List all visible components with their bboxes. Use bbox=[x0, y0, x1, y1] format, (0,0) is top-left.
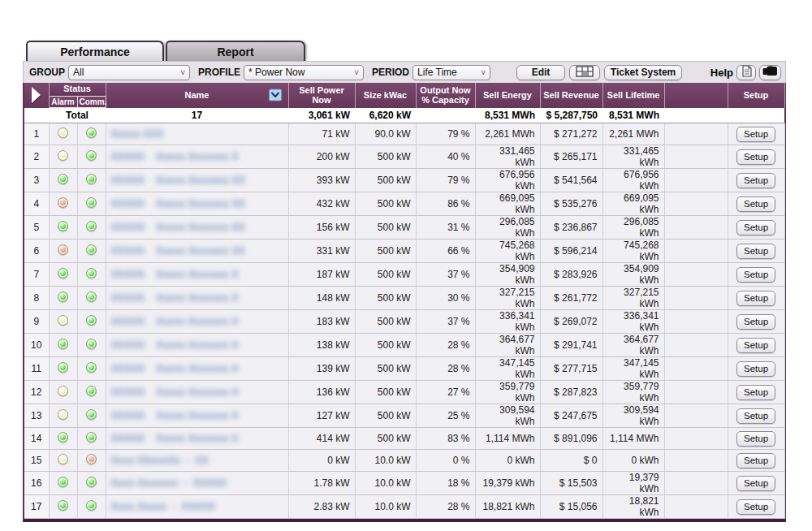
comm-status-light bbox=[86, 386, 97, 396]
site-name-link[interactable]: Xxxx Xxxxxxx - XXXXX bbox=[106, 472, 288, 495]
sell-lifetime-value: 327,215 kWh bbox=[603, 287, 664, 310]
alarm-status-cell bbox=[49, 450, 77, 472]
grid-view-button[interactable] bbox=[569, 65, 600, 80]
header-empty bbox=[664, 83, 728, 108]
site-name-link[interactable]: XXXXX Xxxxx Xxxxxxx X bbox=[106, 287, 288, 310]
site-name-link[interactable]: XXXXX Xxxxx Xxxxxxx X bbox=[106, 428, 288, 450]
setup-button[interactable]: Setup bbox=[736, 267, 775, 283]
total-row-body: Total 17 3,061 kW 6,620 kW 8,531 MWh $ 5… bbox=[24, 108, 784, 123]
site-name-link[interactable]: XXXXX Xxxxx Xxxxxxx X bbox=[106, 357, 288, 381]
setup-cell: Setup bbox=[728, 357, 784, 381]
site-name-link[interactable]: Xxxx XXxxxXx - XX bbox=[106, 450, 288, 472]
empty-cell bbox=[664, 495, 728, 519]
setup-button[interactable]: Setup bbox=[736, 453, 775, 468]
sell-lifetime-value: 0 kWh bbox=[603, 450, 664, 472]
help-document-button[interactable] bbox=[736, 65, 756, 80]
setup-button[interactable]: Setup bbox=[736, 338, 775, 353]
site-name-redacted: XXXXX Xxxxx Xxxxxxx XX bbox=[111, 245, 245, 257]
chevron-down-icon: ˅ bbox=[481, 68, 486, 77]
setup-button[interactable]: Setup bbox=[736, 244, 775, 259]
setup-button[interactable]: Setup bbox=[736, 173, 775, 188]
site-name-link[interactable]: XXXXX Xxxxx Xxxxxxx X bbox=[106, 145, 288, 169]
setup-button[interactable]: Setup bbox=[736, 499, 775, 515]
setup-cell: Setup bbox=[728, 334, 784, 357]
size-kwac-value: 500 kW bbox=[355, 169, 416, 192]
setup-button[interactable]: Setup bbox=[736, 385, 775, 400]
setup-button[interactable]: Setup bbox=[736, 127, 775, 142]
site-name-redacted: Xxxx Xxxxx - XXXXX bbox=[111, 501, 216, 512]
site-name-link[interactable]: Xxxx Xxxxx - XXXXX bbox=[106, 495, 288, 519]
setup-button[interactable]: Setup bbox=[736, 408, 775, 424]
setup-cell: Setup bbox=[728, 169, 784, 192]
size-kwac-value: 500 kW bbox=[355, 334, 416, 357]
header-sell-revenue: Sell Revenue bbox=[540, 83, 603, 108]
header-arrow-cell[interactable] bbox=[24, 83, 49, 108]
setup-button[interactable]: Setup bbox=[736, 314, 775, 330]
site-name-link[interactable]: XXXXX Xxxxx Xxxxxxx X bbox=[106, 334, 288, 357]
site-name-redacted: XXXXX Xxxxx Xxxxxxx X bbox=[111, 151, 239, 162]
profile-select[interactable]: * Power Now ˅ bbox=[244, 65, 364, 80]
site-name-link[interactable]: XXXXX Xxxxx Xxxxxxx X bbox=[106, 263, 288, 287]
header-name: Name bbox=[106, 83, 288, 108]
site-name-link[interactable]: XXXXX Xxxxx Xxxxxxx X bbox=[106, 310, 288, 334]
total-size: 6,620 kW bbox=[355, 108, 416, 123]
empty-cell bbox=[664, 357, 728, 381]
help-video-button[interactable] bbox=[759, 65, 781, 80]
total-energy: 8,531 MWh bbox=[475, 108, 540, 123]
setup-button[interactable]: Setup bbox=[736, 476, 775, 491]
comm-status-cell bbox=[77, 472, 106, 495]
tab-report[interactable]: Report bbox=[166, 41, 305, 61]
alarm-status-light bbox=[58, 197, 68, 208]
setup-button[interactable]: Setup bbox=[736, 291, 775, 306]
comm-status-cell bbox=[77, 404, 106, 428]
site-name-link[interactable]: XXXXX Xxxxx Xxxxxxx XX bbox=[106, 169, 288, 192]
ticket-system-button[interactable]: Ticket System bbox=[604, 65, 682, 80]
setup-button[interactable]: Setup bbox=[736, 431, 775, 447]
document-icon bbox=[741, 65, 752, 80]
period-select[interactable]: Life Time ˅ bbox=[412, 65, 490, 80]
alarm-status-light bbox=[58, 362, 68, 373]
setup-button[interactable]: Setup bbox=[736, 361, 775, 377]
comm-status-light bbox=[86, 221, 97, 231]
row-number: 8 bbox=[24, 287, 49, 310]
empty-cell bbox=[664, 450, 728, 472]
setup-button[interactable]: Setup bbox=[736, 149, 775, 165]
setup-cell: Setup bbox=[728, 381, 784, 404]
row-number: 4 bbox=[24, 192, 49, 216]
comm-status-light bbox=[86, 409, 97, 420]
performance-table-frame: Status Name Sell Power Now Size kWac Out… bbox=[23, 83, 786, 522]
site-name-link[interactable]: XXXXX Xxxxx Xxxxxxx X bbox=[106, 381, 288, 404]
sell-revenue-value: $ 287,823 bbox=[540, 381, 603, 404]
sell-energy-value: 18,821 kWh bbox=[475, 495, 540, 519]
toolbar: GROUP All ˅ PROFILE * Power Now ˅ PERIOD… bbox=[23, 61, 786, 83]
site-name-link[interactable]: XXXXX Xxxxx Xxxxxxx X bbox=[106, 404, 288, 428]
group-select[interactable]: All ˅ bbox=[68, 65, 190, 80]
tab-performance[interactable]: Performance bbox=[26, 41, 164, 61]
size-kwac-value: 500 kW bbox=[355, 310, 416, 334]
empty-cell bbox=[664, 287, 728, 310]
sell-lifetime-value: 19,379 kWh bbox=[603, 472, 664, 495]
site-name-link[interactable]: Xxxxx XXX bbox=[106, 123, 288, 145]
sell-energy-value: 1,114 MWh bbox=[475, 428, 540, 450]
performance-table: Status Name Sell Power Now Size kWac Out… bbox=[24, 83, 785, 519]
size-kwac-value: 500 kW bbox=[355, 404, 416, 428]
setup-button[interactable]: Setup bbox=[736, 196, 775, 212]
sell-revenue-value: $ 291,741 bbox=[540, 334, 603, 357]
site-name-link[interactable]: XXXXX Xxxxx Xxxxxxx XX bbox=[106, 216, 288, 240]
setup-button[interactable]: Setup bbox=[736, 220, 775, 235]
edit-button[interactable]: Edit bbox=[516, 65, 565, 80]
name-sort-button[interactable] bbox=[269, 89, 282, 101]
sell-revenue-value: $ 596,214 bbox=[540, 240, 603, 263]
alarm-status-light bbox=[58, 150, 68, 161]
setup-cell: Setup bbox=[728, 123, 784, 145]
setup-cell: Setup bbox=[728, 450, 784, 472]
alarm-status-cell bbox=[49, 263, 77, 287]
sell-revenue-value: $ 236,867 bbox=[540, 216, 603, 240]
alarm-status-light bbox=[58, 291, 68, 302]
site-name-link[interactable]: XXXXX Xxxxx Xxxxxxx XX bbox=[106, 192, 288, 216]
alarm-status-cell bbox=[49, 357, 77, 381]
site-name-link[interactable]: XXXXX Xxxxx Xxxxxxx XX bbox=[106, 240, 288, 263]
output-capacity-value: 37 % bbox=[416, 310, 475, 334]
alarm-status-cell bbox=[49, 216, 77, 240]
row-number: 16 bbox=[24, 472, 49, 495]
